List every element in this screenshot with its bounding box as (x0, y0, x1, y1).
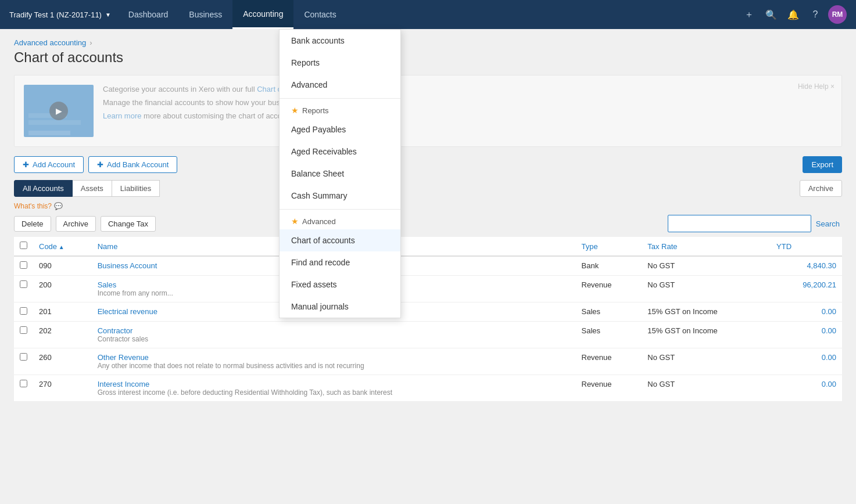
cell-type-0: Bank (576, 256, 642, 276)
advanced-section-label: Advanced (302, 217, 336, 226)
account-name-link-4[interactable]: Other Revenue (98, 353, 149, 362)
dropdown-find-recode[interactable]: Find and recode (280, 251, 400, 273)
breadcrumb-link[interactable]: Advanced accounting (14, 38, 86, 47)
hide-help-btn[interactable]: Hide Help × (798, 82, 834, 91)
dropdown-cash-summary[interactable]: Cash Summary (280, 185, 400, 207)
account-name-link-1[interactable]: Sales (98, 280, 117, 289)
cell-type-1: Revenue (576, 276, 642, 303)
dropdown-advanced-link[interactable]: Advanced (280, 74, 400, 96)
dropdown-fixed-assets[interactable]: Fixed assets (280, 273, 400, 296)
account-name-link-3[interactable]: Contractor (98, 326, 133, 335)
cell-code-3: 202 (33, 322, 92, 348)
row-checkbox-1[interactable] (20, 280, 27, 288)
col-code[interactable]: Code (33, 237, 92, 256)
dropdown-chart-of-accounts[interactable]: Chart of accounts (280, 229, 400, 251)
search-button[interactable]: Search (814, 217, 842, 231)
advanced-label: Advanced (291, 80, 327, 89)
reports-label: Reports (291, 58, 320, 67)
account-name-link-0[interactable]: Business Account (98, 261, 157, 270)
col-type[interactable]: Type (576, 237, 642, 256)
col-tax-rate[interactable]: Tax Rate (642, 237, 771, 256)
video-stripe-1 (28, 131, 70, 135)
page-title: Chart of accounts (14, 49, 842, 66)
nav-items: Dashboard Business Accounting Contacts (118, 0, 740, 29)
accounting-dropdown: Bank accounts Reports Advanced ★ Reports… (279, 29, 401, 318)
divider-1 (280, 98, 400, 99)
help-video-thumb[interactable]: ▶ (24, 85, 94, 137)
brand-label: Tradify Test 1 (NZ-2017-11) (9, 10, 102, 19)
breadcrumb-chevron: › (89, 38, 92, 47)
export-button[interactable]: Export (803, 156, 842, 173)
change-tax-button[interactable]: Change Tax (101, 216, 156, 232)
tab-all-accounts[interactable]: All Accounts (14, 180, 73, 197)
help-text-3: Learn more more about customising the ch… (103, 111, 832, 120)
account-sub-5: Gross interest income (i.e. before deduc… (98, 388, 570, 397)
cell-ytd-4: 0.00 (771, 348, 842, 375)
cell-tax-5: No GST (642, 375, 771, 402)
table-toolbar: Delete Archive Change Tax Search (14, 215, 842, 232)
nav-contacts[interactable]: Contacts (293, 0, 346, 29)
cell-type-5: Revenue (576, 375, 642, 402)
nav-business[interactable]: Business (178, 0, 232, 29)
cell-type-2: Sales (576, 303, 642, 322)
row-checkbox-3[interactable] (20, 326, 27, 334)
filter-tabs: All Accounts Assets Liabilities Archive (14, 180, 842, 197)
add-bank-account-button[interactable]: ✚ Add Bank Account (88, 156, 177, 173)
account-sub-3: Contractor sales (98, 335, 570, 343)
help-icon[interactable]: ? (806, 5, 825, 24)
tab-archive[interactable]: Archive (800, 180, 842, 197)
bank-accounts-label: Bank accounts (291, 36, 345, 45)
search-area: Search (668, 215, 842, 232)
cell-name-4: Other Revenue Any other income that does… (92, 348, 576, 375)
bell-icon[interactable]: 🔔 (784, 5, 803, 24)
nav-accounting[interactable]: Accounting (232, 0, 293, 29)
tab-assets[interactable]: Assets (73, 180, 112, 197)
cell-tax-1: No GST (642, 276, 771, 303)
row-checkbox-2[interactable] (20, 307, 27, 315)
dropdown-reports-link[interactable]: Reports (280, 52, 400, 74)
play-button[interactable]: ▶ (49, 102, 68, 120)
dropdown-bank-accounts[interactable]: Bank accounts (280, 30, 400, 52)
tab-liabilities[interactable]: Liabilities (112, 180, 160, 197)
cell-name-3: Contractor Contractor sales (92, 322, 576, 348)
learn-more-link[interactable]: Learn more (103, 111, 141, 120)
delete-button[interactable]: Delete (14, 216, 51, 232)
select-all-checkbox[interactable] (20, 242, 27, 249)
dropdown-aged-receivables[interactable]: Aged Receivables (280, 141, 400, 163)
cell-type-4: Revenue (576, 348, 642, 375)
row-checkbox-5[interactable] (20, 380, 27, 387)
whats-this-icon: 💬 (54, 202, 63, 210)
avatar[interactable]: RM (828, 5, 847, 24)
col-ytd[interactable]: YTD (771, 237, 842, 256)
row-checkbox-4[interactable] (20, 353, 27, 361)
dropdown-aged-payables[interactable]: Aged Payables (280, 118, 400, 141)
main-toolbar: ✚ Add Account ✚ Add Bank Account Export (14, 156, 842, 173)
cell-code-5: 270 (33, 375, 92, 402)
archive-button[interactable]: Archive (56, 216, 96, 232)
account-name-link-2[interactable]: Electrical revenue (98, 307, 157, 316)
table-row: 202 Contractor Contractor sales Sales 15… (14, 322, 842, 348)
reports-section-heading: ★ Reports (280, 101, 400, 118)
divider-2 (280, 209, 400, 210)
dropdown-balance-sheet[interactable]: Balance Sheet (280, 163, 400, 185)
add-icon[interactable]: ＋ (740, 5, 758, 24)
whats-this-link[interactable]: What's this? 💬 (14, 202, 63, 210)
brand-chevron: ▼ (105, 12, 111, 18)
brand-selector[interactable]: Tradify Test 1 (NZ-2017-11) ▼ (9, 10, 118, 19)
reports-section-label: Reports (302, 106, 329, 115)
table-row: 260 Other Revenue Any other income that … (14, 348, 842, 375)
search-input[interactable] (668, 215, 811, 232)
table-row: 200 Sales Income from any norm... Revenu… (14, 276, 842, 303)
cell-ytd-3: 0.00 (771, 322, 842, 348)
cell-type-3: Sales (576, 322, 642, 348)
row-checkbox-0[interactable] (20, 261, 27, 269)
search-icon[interactable]: 🔍 (762, 5, 780, 24)
nav-dashboard[interactable]: Dashboard (118, 0, 179, 29)
dropdown-manual-journals[interactable]: Manual journals (280, 296, 400, 318)
account-name-link-5[interactable]: Interest Income (98, 380, 150, 388)
accounts-table: Code Name Type Tax Rate YTD 090 (14, 237, 842, 402)
add-account-button[interactable]: ✚ Add Account (14, 156, 84, 173)
cell-ytd-5: 0.00 (771, 375, 842, 402)
help-text-2: Manage the financial accounts to show ho… (103, 98, 832, 107)
cell-ytd-1: 96,200.21 (771, 276, 842, 303)
